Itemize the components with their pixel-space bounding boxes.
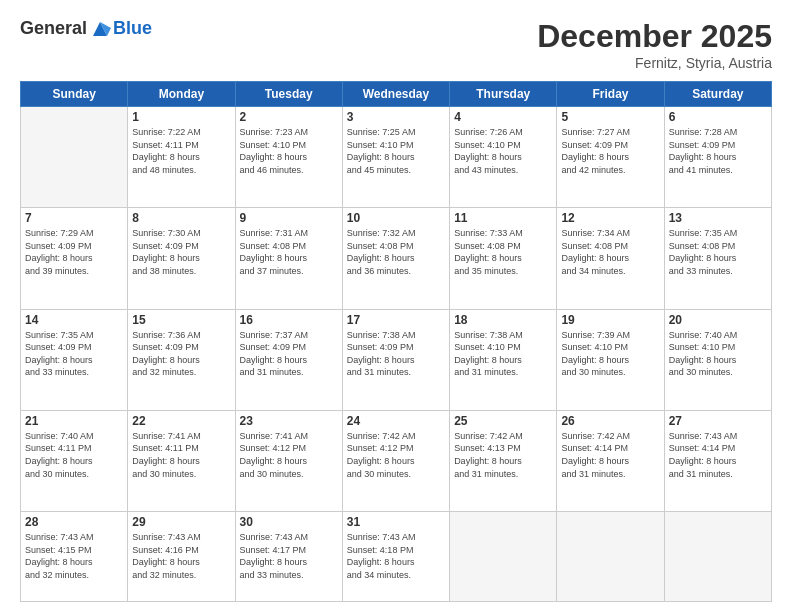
day-number: 21 <box>25 414 123 428</box>
calendar-cell: 14Sunrise: 7:35 AMSunset: 4:09 PMDayligh… <box>21 309 128 410</box>
weekday-header-wednesday: Wednesday <box>342 82 449 107</box>
cell-info: Sunrise: 7:38 AMSunset: 4:10 PMDaylight:… <box>454 329 552 379</box>
calendar-table: SundayMondayTuesdayWednesdayThursdayFrid… <box>20 81 772 602</box>
calendar-cell: 29Sunrise: 7:43 AMSunset: 4:16 PMDayligh… <box>128 512 235 602</box>
cell-info: Sunrise: 7:43 AMSunset: 4:16 PMDaylight:… <box>132 531 230 581</box>
calendar-cell: 16Sunrise: 7:37 AMSunset: 4:09 PMDayligh… <box>235 309 342 410</box>
cell-info: Sunrise: 7:27 AMSunset: 4:09 PMDaylight:… <box>561 126 659 176</box>
cell-info: Sunrise: 7:32 AMSunset: 4:08 PMDaylight:… <box>347 227 445 277</box>
cell-info: Sunrise: 7:33 AMSunset: 4:08 PMDaylight:… <box>454 227 552 277</box>
day-number: 27 <box>669 414 767 428</box>
calendar-cell: 18Sunrise: 7:38 AMSunset: 4:10 PMDayligh… <box>450 309 557 410</box>
day-number: 1 <box>132 110 230 124</box>
logo-icon <box>89 18 111 40</box>
day-number: 23 <box>240 414 338 428</box>
title-block: December 2025 Fernitz, Styria, Austria <box>537 18 772 71</box>
calendar-cell: 24Sunrise: 7:42 AMSunset: 4:12 PMDayligh… <box>342 410 449 511</box>
calendar-cell: 1Sunrise: 7:22 AMSunset: 4:11 PMDaylight… <box>128 107 235 208</box>
calendar-cell: 19Sunrise: 7:39 AMSunset: 4:10 PMDayligh… <box>557 309 664 410</box>
calendar-cell: 5Sunrise: 7:27 AMSunset: 4:09 PMDaylight… <box>557 107 664 208</box>
cell-info: Sunrise: 7:42 AMSunset: 4:13 PMDaylight:… <box>454 430 552 480</box>
weekday-header-thursday: Thursday <box>450 82 557 107</box>
calendar-cell: 20Sunrise: 7:40 AMSunset: 4:10 PMDayligh… <box>664 309 771 410</box>
day-number: 29 <box>132 515 230 529</box>
calendar-cell: 25Sunrise: 7:42 AMSunset: 4:13 PMDayligh… <box>450 410 557 511</box>
calendar-cell: 17Sunrise: 7:38 AMSunset: 4:09 PMDayligh… <box>342 309 449 410</box>
calendar-cell: 4Sunrise: 7:26 AMSunset: 4:10 PMDaylight… <box>450 107 557 208</box>
location: Fernitz, Styria, Austria <box>537 55 772 71</box>
day-number: 15 <box>132 313 230 327</box>
day-number: 11 <box>454 211 552 225</box>
day-number: 18 <box>454 313 552 327</box>
day-number: 25 <box>454 414 552 428</box>
cell-info: Sunrise: 7:43 AMSunset: 4:14 PMDaylight:… <box>669 430 767 480</box>
cell-info: Sunrise: 7:26 AMSunset: 4:10 PMDaylight:… <box>454 126 552 176</box>
week-row-3: 14Sunrise: 7:35 AMSunset: 4:09 PMDayligh… <box>21 309 772 410</box>
cell-info: Sunrise: 7:43 AMSunset: 4:15 PMDaylight:… <box>25 531 123 581</box>
calendar-cell: 31Sunrise: 7:43 AMSunset: 4:18 PMDayligh… <box>342 512 449 602</box>
weekday-header-row: SundayMondayTuesdayWednesdayThursdayFrid… <box>21 82 772 107</box>
calendar-cell: 12Sunrise: 7:34 AMSunset: 4:08 PMDayligh… <box>557 208 664 309</box>
cell-info: Sunrise: 7:22 AMSunset: 4:11 PMDaylight:… <box>132 126 230 176</box>
day-number: 20 <box>669 313 767 327</box>
cell-info: Sunrise: 7:30 AMSunset: 4:09 PMDaylight:… <box>132 227 230 277</box>
cell-info: Sunrise: 7:34 AMSunset: 4:08 PMDaylight:… <box>561 227 659 277</box>
calendar-cell: 26Sunrise: 7:42 AMSunset: 4:14 PMDayligh… <box>557 410 664 511</box>
day-number: 24 <box>347 414 445 428</box>
cell-info: Sunrise: 7:40 AMSunset: 4:10 PMDaylight:… <box>669 329 767 379</box>
cell-info: Sunrise: 7:25 AMSunset: 4:10 PMDaylight:… <box>347 126 445 176</box>
calendar-cell: 23Sunrise: 7:41 AMSunset: 4:12 PMDayligh… <box>235 410 342 511</box>
weekday-header-tuesday: Tuesday <box>235 82 342 107</box>
day-number: 3 <box>347 110 445 124</box>
day-number: 26 <box>561 414 659 428</box>
day-number: 9 <box>240 211 338 225</box>
day-number: 14 <box>25 313 123 327</box>
day-number: 31 <box>347 515 445 529</box>
day-number: 28 <box>25 515 123 529</box>
cell-info: Sunrise: 7:42 AMSunset: 4:12 PMDaylight:… <box>347 430 445 480</box>
cell-info: Sunrise: 7:28 AMSunset: 4:09 PMDaylight:… <box>669 126 767 176</box>
day-number: 6 <box>669 110 767 124</box>
cell-info: Sunrise: 7:37 AMSunset: 4:09 PMDaylight:… <box>240 329 338 379</box>
weekday-header-monday: Monday <box>128 82 235 107</box>
day-number: 22 <box>132 414 230 428</box>
calendar-cell: 6Sunrise: 7:28 AMSunset: 4:09 PMDaylight… <box>664 107 771 208</box>
day-number: 10 <box>347 211 445 225</box>
calendar-cell: 10Sunrise: 7:32 AMSunset: 4:08 PMDayligh… <box>342 208 449 309</box>
cell-info: Sunrise: 7:41 AMSunset: 4:12 PMDaylight:… <box>240 430 338 480</box>
calendar-cell: 22Sunrise: 7:41 AMSunset: 4:11 PMDayligh… <box>128 410 235 511</box>
day-number: 30 <box>240 515 338 529</box>
header: General Blue December 2025 Fernitz, Styr… <box>20 18 772 71</box>
day-number: 7 <box>25 211 123 225</box>
cell-info: Sunrise: 7:36 AMSunset: 4:09 PMDaylight:… <box>132 329 230 379</box>
calendar-cell: 13Sunrise: 7:35 AMSunset: 4:08 PMDayligh… <box>664 208 771 309</box>
cell-info: Sunrise: 7:43 AMSunset: 4:17 PMDaylight:… <box>240 531 338 581</box>
calendar-cell: 30Sunrise: 7:43 AMSunset: 4:17 PMDayligh… <box>235 512 342 602</box>
cell-info: Sunrise: 7:23 AMSunset: 4:10 PMDaylight:… <box>240 126 338 176</box>
week-row-2: 7Sunrise: 7:29 AMSunset: 4:09 PMDaylight… <box>21 208 772 309</box>
month-title: December 2025 <box>537 18 772 55</box>
calendar-cell: 8Sunrise: 7:30 AMSunset: 4:09 PMDaylight… <box>128 208 235 309</box>
day-number: 12 <box>561 211 659 225</box>
calendar-cell <box>557 512 664 602</box>
calendar-cell: 9Sunrise: 7:31 AMSunset: 4:08 PMDaylight… <box>235 208 342 309</box>
calendar-cell: 15Sunrise: 7:36 AMSunset: 4:09 PMDayligh… <box>128 309 235 410</box>
cell-info: Sunrise: 7:40 AMSunset: 4:11 PMDaylight:… <box>25 430 123 480</box>
weekday-header-friday: Friday <box>557 82 664 107</box>
day-number: 19 <box>561 313 659 327</box>
weekday-header-saturday: Saturday <box>664 82 771 107</box>
calendar-cell <box>450 512 557 602</box>
cell-info: Sunrise: 7:29 AMSunset: 4:09 PMDaylight:… <box>25 227 123 277</box>
day-number: 13 <box>669 211 767 225</box>
cell-info: Sunrise: 7:31 AMSunset: 4:08 PMDaylight:… <box>240 227 338 277</box>
day-number: 4 <box>454 110 552 124</box>
weekday-header-sunday: Sunday <box>21 82 128 107</box>
day-number: 16 <box>240 313 338 327</box>
cell-info: Sunrise: 7:41 AMSunset: 4:11 PMDaylight:… <box>132 430 230 480</box>
calendar-cell: 28Sunrise: 7:43 AMSunset: 4:15 PMDayligh… <box>21 512 128 602</box>
calendar-cell <box>21 107 128 208</box>
day-number: 5 <box>561 110 659 124</box>
cell-info: Sunrise: 7:38 AMSunset: 4:09 PMDaylight:… <box>347 329 445 379</box>
day-number: 17 <box>347 313 445 327</box>
calendar-cell: 27Sunrise: 7:43 AMSunset: 4:14 PMDayligh… <box>664 410 771 511</box>
